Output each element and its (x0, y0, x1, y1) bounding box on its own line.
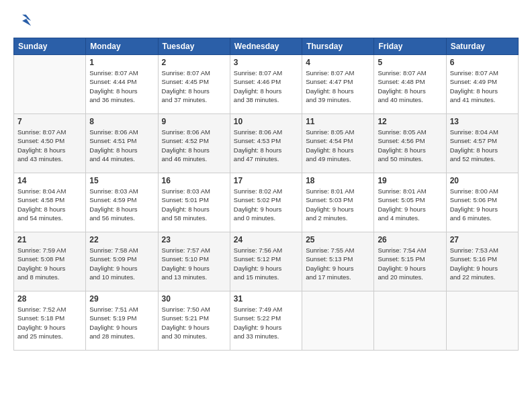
day-number: 10 (234, 117, 298, 126)
col-header-thursday: Thursday (302, 38, 374, 55)
col-header-tuesday: Tuesday (158, 38, 230, 55)
col-header-saturday: Saturday (446, 38, 518, 55)
day-number: 18 (306, 176, 370, 185)
day-info: Sunrise: 7:53 AM Sunset: 5:16 PM Dayligh… (450, 246, 515, 281)
day-info: Sunrise: 7:59 AM Sunset: 5:08 PM Dayligh… (17, 246, 82, 281)
day-cell: 5Sunrise: 8:07 AM Sunset: 4:48 PM Daylig… (374, 55, 446, 114)
day-number: 25 (306, 235, 370, 244)
day-info: Sunrise: 8:02 AM Sunset: 5:02 PM Dayligh… (234, 187, 298, 222)
day-number: 16 (162, 176, 226, 185)
logo (13, 12, 35, 31)
day-cell: 29Sunrise: 7:51 AM Sunset: 5:19 PM Dayli… (86, 291, 158, 351)
day-number: 24 (234, 235, 298, 244)
day-cell: 23Sunrise: 7:57 AM Sunset: 5:10 PM Dayli… (158, 232, 230, 291)
day-info: Sunrise: 7:51 AM Sunset: 5:19 PM Dayligh… (89, 305, 154, 340)
day-cell: 22Sunrise: 7:58 AM Sunset: 5:09 PM Dayli… (86, 232, 158, 291)
day-number: 4 (306, 58, 370, 67)
day-number: 21 (17, 235, 82, 244)
day-info: Sunrise: 8:07 AM Sunset: 4:45 PM Dayligh… (162, 68, 226, 104)
day-cell (446, 291, 518, 351)
day-number: 9 (162, 117, 226, 126)
col-header-monday: Monday (86, 38, 158, 55)
day-cell: 12Sunrise: 8:05 AM Sunset: 4:56 PM Dayli… (374, 114, 446, 173)
day-cell: 15Sunrise: 8:03 AM Sunset: 4:59 PM Dayli… (86, 173, 158, 232)
week-row-1: 1Sunrise: 8:07 AM Sunset: 4:44 PM Daylig… (14, 55, 519, 114)
day-number: 28 (17, 294, 82, 304)
day-cell: 13Sunrise: 8:04 AM Sunset: 4:57 PM Dayli… (446, 114, 518, 173)
week-row-2: 7Sunrise: 8:07 AM Sunset: 4:50 PM Daylig… (14, 114, 519, 173)
day-info: Sunrise: 7:57 AM Sunset: 5:10 PM Dayligh… (162, 246, 226, 281)
day-info: Sunrise: 8:01 AM Sunset: 5:05 PM Dayligh… (378, 187, 442, 222)
day-cell: 20Sunrise: 8:00 AM Sunset: 5:06 PM Dayli… (446, 173, 518, 232)
day-cell (14, 55, 86, 114)
day-info: Sunrise: 8:06 AM Sunset: 4:53 PM Dayligh… (234, 128, 298, 163)
header (13, 12, 519, 31)
day-info: Sunrise: 7:50 AM Sunset: 5:21 PM Dayligh… (162, 305, 226, 340)
day-number: 27 (450, 235, 515, 244)
header-row: SundayMondayTuesdayWednesdayThursdayFrid… (14, 38, 519, 55)
day-cell: 31Sunrise: 7:49 AM Sunset: 5:22 PM Dayli… (230, 291, 302, 351)
svg-marker-0 (22, 15, 31, 26)
day-info: Sunrise: 8:07 AM Sunset: 4:46 PM Dayligh… (234, 68, 298, 104)
day-cell (302, 291, 374, 351)
day-number: 14 (17, 176, 82, 185)
day-cell: 26Sunrise: 7:54 AM Sunset: 5:15 PM Dayli… (374, 232, 446, 291)
day-cell: 6Sunrise: 8:07 AM Sunset: 4:49 PM Daylig… (446, 55, 518, 114)
day-info: Sunrise: 8:03 AM Sunset: 5:01 PM Dayligh… (162, 187, 226, 222)
day-cell: 10Sunrise: 8:06 AM Sunset: 4:53 PM Dayli… (230, 114, 302, 173)
col-header-wednesday: Wednesday (230, 38, 302, 55)
day-info: Sunrise: 8:06 AM Sunset: 4:51 PM Dayligh… (89, 128, 154, 163)
day-cell: 3Sunrise: 8:07 AM Sunset: 4:46 PM Daylig… (230, 55, 302, 114)
day-cell: 7Sunrise: 8:07 AM Sunset: 4:50 PM Daylig… (14, 114, 86, 173)
day-number: 15 (89, 176, 154, 185)
day-number: 7 (17, 117, 82, 126)
day-info: Sunrise: 8:01 AM Sunset: 5:03 PM Dayligh… (306, 187, 370, 222)
day-number: 13 (450, 117, 515, 126)
day-info: Sunrise: 7:49 AM Sunset: 5:22 PM Dayligh… (234, 305, 298, 340)
day-number: 8 (89, 117, 154, 126)
day-info: Sunrise: 8:07 AM Sunset: 4:44 PM Dayligh… (89, 68, 154, 104)
day-number: 5 (378, 58, 442, 67)
day-number: 26 (378, 235, 442, 244)
day-number: 29 (89, 294, 154, 304)
day-cell: 8Sunrise: 8:06 AM Sunset: 4:51 PM Daylig… (86, 114, 158, 173)
day-cell: 19Sunrise: 8:01 AM Sunset: 5:05 PM Dayli… (374, 173, 446, 232)
day-cell: 21Sunrise: 7:59 AM Sunset: 5:08 PM Dayli… (14, 232, 86, 291)
day-number: 23 (162, 235, 226, 244)
day-cell: 4Sunrise: 8:07 AM Sunset: 4:47 PM Daylig… (302, 55, 374, 114)
day-number: 17 (234, 176, 298, 185)
day-info: Sunrise: 8:04 AM Sunset: 4:58 PM Dayligh… (17, 187, 82, 222)
week-row-4: 21Sunrise: 7:59 AM Sunset: 5:08 PM Dayli… (14, 232, 519, 291)
logo-icon (13, 12, 32, 31)
day-info: Sunrise: 8:07 AM Sunset: 4:49 PM Dayligh… (450, 68, 515, 104)
day-info: Sunrise: 7:55 AM Sunset: 5:13 PM Dayligh… (306, 246, 370, 281)
day-cell: 14Sunrise: 8:04 AM Sunset: 4:58 PM Dayli… (14, 173, 86, 232)
day-info: Sunrise: 8:03 AM Sunset: 4:59 PM Dayligh… (89, 187, 154, 222)
day-cell: 1Sunrise: 8:07 AM Sunset: 4:44 PM Daylig… (86, 55, 158, 114)
week-row-3: 14Sunrise: 8:04 AM Sunset: 4:58 PM Dayli… (14, 173, 519, 232)
day-number: 12 (378, 117, 442, 126)
day-info: Sunrise: 8:05 AM Sunset: 4:54 PM Dayligh… (306, 128, 370, 163)
calendar-table: SundayMondayTuesdayWednesdayThursdayFrid… (13, 38, 519, 351)
day-cell: 9Sunrise: 8:06 AM Sunset: 4:52 PM Daylig… (158, 114, 230, 173)
day-number: 31 (234, 294, 298, 304)
day-number: 20 (450, 176, 515, 185)
day-number: 2 (162, 58, 226, 67)
day-cell: 17Sunrise: 8:02 AM Sunset: 5:02 PM Dayli… (230, 173, 302, 232)
day-number: 3 (234, 58, 298, 67)
day-info: Sunrise: 7:54 AM Sunset: 5:15 PM Dayligh… (378, 246, 442, 281)
day-number: 11 (306, 117, 370, 126)
day-info: Sunrise: 8:04 AM Sunset: 4:57 PM Dayligh… (450, 128, 515, 163)
day-number: 19 (378, 176, 442, 185)
day-number: 6 (450, 58, 515, 67)
day-cell: 11Sunrise: 8:05 AM Sunset: 4:54 PM Dayli… (302, 114, 374, 173)
col-header-friday: Friday (374, 38, 446, 55)
day-cell: 16Sunrise: 8:03 AM Sunset: 5:01 PM Dayli… (158, 173, 230, 232)
day-cell: 25Sunrise: 7:55 AM Sunset: 5:13 PM Dayli… (302, 232, 374, 291)
col-header-sunday: Sunday (14, 38, 86, 55)
day-info: Sunrise: 8:07 AM Sunset: 4:48 PM Dayligh… (378, 68, 442, 104)
day-cell: 2Sunrise: 8:07 AM Sunset: 4:45 PM Daylig… (158, 55, 230, 114)
day-info: Sunrise: 8:07 AM Sunset: 4:47 PM Dayligh… (306, 68, 370, 104)
day-info: Sunrise: 8:07 AM Sunset: 4:50 PM Dayligh… (17, 128, 82, 163)
day-info: Sunrise: 8:06 AM Sunset: 4:52 PM Dayligh… (162, 128, 226, 163)
